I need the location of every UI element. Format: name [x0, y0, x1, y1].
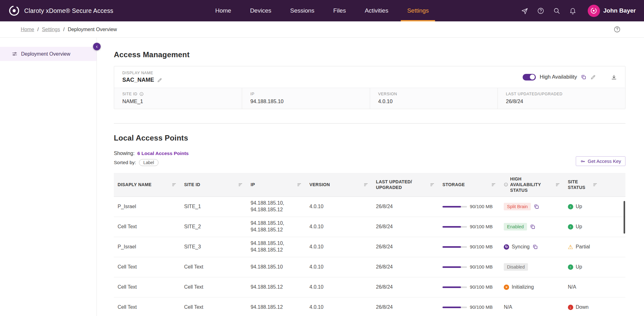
- brand[interactable]: Claroty xDome® Secure Access: [8, 5, 113, 17]
- table-row[interactable]: Cell Text Cell Text 94.188.185.10 4.0.10…: [114, 257, 625, 277]
- nav-item-sessions[interactable]: Sessions: [290, 0, 315, 21]
- key-icon: [580, 159, 585, 164]
- get-access-key-button[interactable]: Get Access Key: [576, 156, 625, 166]
- local-access-points-table: DISAPLY NAME SITE ID IP VERSION LAST UPD…: [114, 173, 625, 316]
- breadcrumb-link-home[interactable]: Home: [21, 27, 34, 32]
- cell-storage: 90/100 MB: [439, 197, 500, 217]
- sidebar-item-deployment-overview[interactable]: Deployment Overview: [0, 47, 97, 61]
- showing-label: Showing:: [114, 151, 135, 156]
- high-availability-toggle[interactable]: [523, 74, 536, 80]
- sidebar-collapse-button[interactable]: ‹: [93, 43, 101, 50]
- edit-display-name-icon[interactable]: [157, 77, 162, 83]
- sort-chip-label[interactable]: Label: [139, 159, 158, 166]
- app-body: ‹ Deployment Overview Access Management …: [0, 38, 644, 316]
- edit-ha-icon[interactable]: [590, 74, 596, 80]
- syncing-icon: ↻: [504, 244, 509, 250]
- help-icon[interactable]: [537, 7, 544, 14]
- filter-icon[interactable]: [430, 182, 435, 187]
- nav-item-home[interactable]: Home: [214, 0, 232, 21]
- info-icon[interactable]: [504, 182, 508, 187]
- filter-icon[interactable]: [238, 182, 243, 187]
- nav-item-devices[interactable]: Devices: [249, 0, 272, 21]
- deployment-overview-icon: [12, 51, 18, 57]
- field-version: VERSION 4.0.10: [370, 88, 497, 109]
- nav-item-activities[interactable]: Activities: [364, 0, 389, 21]
- sidebar-item-label: Deployment Overview: [21, 51, 70, 57]
- navbar-actions: John Bayer: [521, 5, 636, 17]
- filter-icon[interactable]: [171, 182, 177, 187]
- status-down-icon: ↓: [568, 305, 573, 310]
- claroty-logo-icon: [8, 5, 20, 17]
- sidebar: Deployment Overview: [0, 38, 97, 316]
- table-row[interactable]: Cell Text SITE_2 94.188.185.10, 94.188.1…: [114, 217, 625, 237]
- storage-bar: [442, 286, 467, 288]
- sorted-by-label: Sorted by:: [114, 160, 136, 165]
- get-access-key-label: Get Access Key: [588, 158, 621, 164]
- cell-site-status: ↓ Down: [564, 297, 625, 316]
- table-row[interactable]: Cell Text Cell Text 94.188.185.12 4.0.10…: [114, 277, 625, 297]
- nav-item-settings[interactable]: Settings: [407, 0, 430, 21]
- cell-ha-status: Disabled: [500, 257, 564, 277]
- showing-count-link[interactable]: 6 Local Access Points: [137, 151, 189, 156]
- page-help-icon[interactable]: [613, 26, 621, 33]
- user-menu[interactable]: John Bayer: [588, 5, 636, 17]
- cell-site-id: Cell Text: [180, 277, 247, 297]
- cell-site-status: ↑ Up: [564, 197, 625, 217]
- info-icon[interactable]: [139, 92, 144, 96]
- cell-site-id: Cell Text: [180, 257, 247, 277]
- ha-pair-icon[interactable]: [581, 74, 586, 80]
- table-row[interactable]: Cell Text Cell Text 94.188.185.12 4.0.10…: [114, 297, 625, 316]
- cell-site-status: ↑ Up: [564, 257, 625, 277]
- cell-display-name: Cell Text: [114, 257, 180, 277]
- search-icon[interactable]: [553, 7, 560, 14]
- cell-ha-status: N/A: [500, 297, 564, 316]
- table-row[interactable]: P_Israel SITE_1 94.188.185.10, 94.188.18…: [114, 197, 625, 217]
- col-display-name: DISAPLY NAME: [114, 173, 180, 197]
- main-content: Access Management DISPLAY NAME SAC_NAME …: [97, 38, 644, 316]
- filter-icon[interactable]: [555, 182, 560, 187]
- main-nav: Home Devices Sessions Files Activities S…: [214, 0, 429, 21]
- display-name-value: SAC_NAME: [122, 77, 154, 83]
- cell-version: 4.0.10: [306, 257, 372, 277]
- access-management-card: DISPLAY NAME SAC_NAME High Availability: [114, 66, 625, 109]
- download-icon[interactable]: [611, 74, 617, 80]
- cell-ha-status: ↻ Syncing: [500, 237, 564, 257]
- col-site-id: SITE ID: [180, 173, 247, 197]
- table-row[interactable]: P_Israel SITE_3 94.188.185.10, 94.188.18…: [114, 237, 625, 257]
- cell-site-id: Cell Text: [180, 297, 247, 316]
- status-up-icon: ↑: [568, 224, 573, 230]
- cell-version: 4.0.10: [306, 297, 372, 316]
- nav-item-files[interactable]: Files: [333, 0, 347, 21]
- status-up-icon: ↑: [568, 264, 573, 270]
- display-name-label: DISPLAY NAME: [122, 71, 162, 75]
- cell-version: 4.0.10: [306, 277, 372, 297]
- filter-icon[interactable]: [297, 182, 302, 187]
- cell-display-name: P_Israel: [114, 237, 180, 257]
- ha-pair-icon[interactable]: [534, 204, 539, 209]
- cell-display-name: Cell Text: [114, 297, 180, 316]
- field-site-id: SITE ID NAME_1: [114, 88, 242, 109]
- field-label: VERSION: [378, 92, 397, 96]
- send-icon[interactable]: [521, 7, 528, 14]
- filter-icon[interactable]: [491, 182, 496, 187]
- cell-version: 4.0.10: [306, 197, 372, 217]
- cell-site-status: N/A: [564, 277, 625, 297]
- breadcrumb-link-settings[interactable]: Settings: [42, 27, 60, 32]
- local-access-points-title: Local Access Points: [114, 134, 625, 142]
- table-scrollbar[interactable]: [624, 201, 625, 234]
- notifications-icon[interactable]: [569, 7, 576, 14]
- filter-icon[interactable]: [363, 182, 369, 187]
- ha-pair-icon[interactable]: [530, 224, 536, 230]
- breadcrumb-current: Deployment Overview: [68, 27, 117, 32]
- breadcrumb-separator: /: [63, 27, 64, 32]
- cell-ip: 94.188.185.10, 94.188.185.12: [247, 197, 306, 217]
- ha-pair-icon[interactable]: [532, 244, 538, 250]
- cell-ip: 94.188.185.10, 94.188.185.12: [247, 217, 306, 237]
- cell-ha-status: Enabled: [500, 217, 564, 237]
- cell-site-status: ↑ Up: [564, 217, 625, 237]
- avatar[interactable]: [588, 5, 600, 17]
- section-divider: [114, 123, 625, 124]
- filter-icon[interactable]: [592, 182, 598, 187]
- field-label: LAST UPDATED/UPGRADED: [506, 92, 563, 96]
- cell-ha-status: Split Brain: [500, 197, 564, 217]
